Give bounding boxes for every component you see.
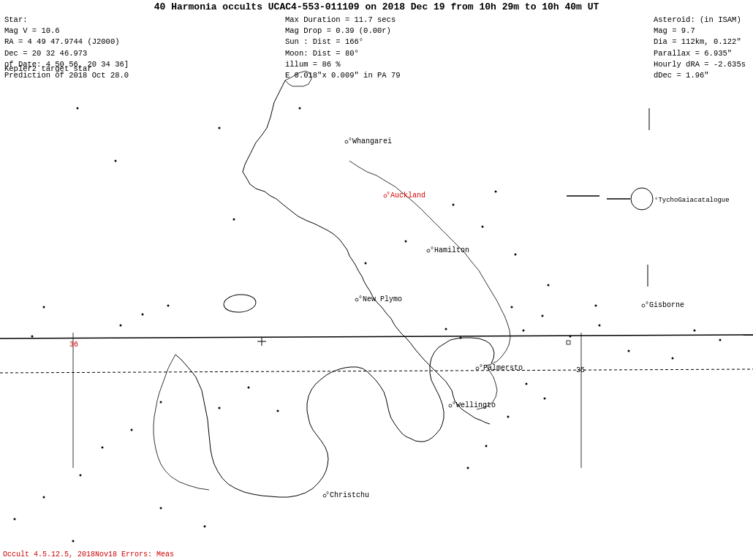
svg-point-17 <box>453 204 455 206</box>
svg-point-30 <box>719 339 722 341</box>
svg-point-38 <box>160 401 162 404</box>
asteroid-parallax: Parallax = 6.935" <box>654 48 746 59</box>
svg-point-43 <box>14 518 16 521</box>
asteroid-dia: Dia = 112km, 0.122" <box>654 37 746 48</box>
svg-point-14 <box>219 127 221 129</box>
svg-point-55 <box>507 416 510 418</box>
svg-point-56 <box>485 445 488 447</box>
info-panel-right: Asteroid: (in ISAM) Mag = 9.7 Dia = 112k… <box>654 15 746 81</box>
svg-point-34 <box>142 314 144 316</box>
svg-point-15 <box>299 107 301 110</box>
svg-point-46 <box>219 407 221 409</box>
svg-point-54 <box>544 398 546 400</box>
svg-text:36: 36 <box>69 341 78 349</box>
svg-point-18 <box>482 226 484 228</box>
svg-text:°Gisborne: °Gisborne <box>645 301 684 309</box>
svg-point-12 <box>77 107 79 110</box>
svg-point-24 <box>599 325 601 327</box>
svg-text:°TychoGaiacatalogue: °TychoGaiacatalogue <box>654 197 730 204</box>
svg-point-31 <box>445 328 447 330</box>
asteroid-hourly-ddec: dDec = 1.96" <box>654 70 746 81</box>
svg-text:°Wellingto: °Wellingto <box>452 401 496 409</box>
svg-point-49 <box>204 526 206 528</box>
svg-point-27 <box>628 350 630 352</box>
svg-point-48 <box>160 507 162 510</box>
svg-point-16 <box>233 219 235 221</box>
svg-text:°Auckland: °Auckland <box>386 192 425 200</box>
svg-point-50 <box>365 262 367 265</box>
asteroid-label: Asteroid: (in ISAM) <box>654 15 746 26</box>
page-title: 40 Harmonia occults UCAC4-553-011109 on … <box>0 1 753 12</box>
mag-v: Mag V = 10.6 <box>4 26 129 37</box>
asteroid-mag: Mag = 9.7 <box>654 26 746 37</box>
svg-point-51 <box>405 241 407 243</box>
svg-point-44 <box>72 540 75 542</box>
svg-point-23 <box>570 336 572 338</box>
svg-line-7 <box>0 369 753 373</box>
sun-dist: Sun : Dist = 166° <box>285 37 401 48</box>
dec: Dec = 20 32 46.973 <box>4 48 129 59</box>
svg-point-21 <box>523 330 525 332</box>
svg-point-41 <box>80 474 82 477</box>
kepler-label: Kepler2 target star <box>4 64 92 73</box>
svg-point-57 <box>467 467 469 469</box>
svg-point-29 <box>694 330 696 332</box>
svg-point-53 <box>526 383 528 385</box>
info-panel-center: Max Duration = 11.7 secs Mag Drop = 0.39… <box>285 15 401 81</box>
footer-label: Occult 4.5.12.5, 2018Nov18 Errors: Meas <box>3 550 174 559</box>
svg-point-47 <box>277 410 279 412</box>
mag-drop: Mag Drop = 0.39 (0.00r) <box>285 26 401 37</box>
error-ellipse: E 0.018"x 0.009" in PA 79 <box>285 70 401 81</box>
svg-point-20 <box>511 306 513 309</box>
svg-point-45 <box>248 387 250 389</box>
asteroid-hourly-dra: Hourly dRA = -2.635s <box>654 59 746 70</box>
star-label: Star: <box>4 15 129 26</box>
svg-rect-58 <box>567 341 570 344</box>
ra: RA = 4 49 47.9744 (J2000) <box>4 37 129 48</box>
svg-point-0 <box>223 293 257 314</box>
svg-point-26 <box>548 284 550 287</box>
illum: illum = 86 % <box>285 59 401 70</box>
svg-point-42 <box>43 496 45 499</box>
svg-point-36 <box>43 306 45 309</box>
map-canvas: °Whangarei °Auckland °Hamilton °New Plym… <box>0 0 753 560</box>
moon-dist: Moon: Dist = 80° <box>285 48 401 59</box>
svg-point-22 <box>542 315 544 317</box>
svg-point-35 <box>167 305 170 307</box>
svg-point-37 <box>31 336 34 338</box>
svg-point-40 <box>102 447 104 449</box>
svg-point-39 <box>131 429 133 431</box>
max-duration: Max Duration = 11.7 secs <box>285 15 401 26</box>
svg-text:°Whangarei: °Whangarei <box>348 137 392 145</box>
svg-point-52 <box>515 254 517 256</box>
svg-point-1 <box>631 188 653 210</box>
svg-text:°New Plymo: °New Plymo <box>358 295 402 303</box>
svg-line-6 <box>0 335 753 338</box>
svg-point-33 <box>120 325 122 327</box>
svg-text:35: 35 <box>576 366 585 374</box>
svg-text:°Christchu: °Christchu <box>325 491 369 499</box>
svg-point-19 <box>495 191 497 193</box>
svg-point-25 <box>595 305 597 307</box>
svg-text:°Palmersto: °Palmersto <box>479 364 523 372</box>
svg-point-13 <box>115 160 117 162</box>
svg-point-32 <box>460 337 462 339</box>
svg-text:°Hamilton: °Hamilton <box>430 246 469 254</box>
svg-point-28 <box>672 357 674 360</box>
